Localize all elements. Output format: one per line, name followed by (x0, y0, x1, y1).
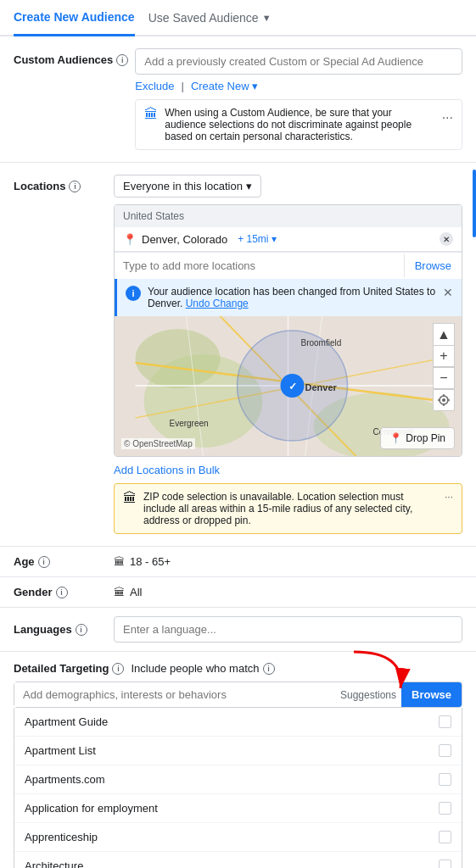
targeting-list-item[interactable]: Apartment List (14, 737, 462, 765)
gender-edit-icon: 🏛 (114, 586, 125, 598)
age-info-icon[interactable]: i (38, 556, 50, 568)
detailed-targeting-info-icon[interactable]: i (112, 663, 124, 675)
targeting-search-wrapper: Suggestions Browse Apartment GuideApartm… (14, 682, 462, 868)
location-type-dropdown[interactable]: Everyone in this location ▾ (114, 175, 261, 198)
include-people-label: Include people who match i (131, 662, 274, 675)
create-new-link[interactable]: Create New ▾ (191, 80, 258, 92)
drop-pin-button[interactable]: 📍 Drop Pin (380, 427, 455, 449)
targeting-browse-button[interactable]: Browse (401, 682, 462, 707)
tab-use-saved-label: Use Saved Audience (148, 11, 259, 25)
age-label: Age i (14, 555, 107, 568)
notification-close-icon[interactable]: ✕ (443, 286, 453, 299)
gender-value: All (130, 586, 142, 598)
warning-menu-icon[interactable]: ··· (445, 491, 453, 503)
scroll-indicator (473, 170, 476, 237)
audience-links: Exclude | Create New ▾ (135, 80, 462, 92)
svg-point-19 (442, 398, 445, 402)
gender-label: Gender i (14, 586, 107, 598)
exclude-link[interactable]: Exclude (135, 80, 174, 92)
targeting-list-item[interactable]: Application for employment (14, 794, 462, 823)
targeting-list-item[interactable]: Apartments.com (14, 765, 462, 794)
targeting-checkbox[interactable] (439, 744, 451, 757)
map-locate-button[interactable] (433, 389, 455, 411)
location-search-input[interactable] (115, 253, 404, 279)
add-locations-bulk-link[interactable]: Add Locations in Bulk (114, 457, 220, 480)
country-header: United States (115, 205, 462, 227)
languages-label: Languages i (14, 623, 107, 636)
map-controls: ▲ + − (433, 323, 455, 411)
map-container: ✓ Broomfield Denver Evergreen Centennial… (115, 316, 462, 456)
age-section: Age i 🏛 18 - 65+ (0, 547, 476, 577)
building-icon: 🏛 (144, 107, 158, 122)
info-notif-icon: i (126, 286, 141, 301)
include-info-icon[interactable]: i (263, 663, 275, 675)
custom-audiences-info-icon[interactable]: i (116, 54, 128, 66)
custom-audiences-label: Custom Audiences i (14, 48, 128, 66)
warning-building-icon: 🏛 (123, 491, 137, 506)
map-zoom-in-button[interactable]: + (433, 345, 455, 367)
location-box: United States 📍 Denver, Colorado + 15mi … (114, 204, 462, 457)
locations-section: Locations i Everyone in this location ▾ … (0, 163, 476, 547)
notice-menu-icon[interactable]: ... (442, 107, 453, 122)
pin-drop-icon: 📍 (389, 432, 402, 444)
gender-value-row: 🏛 All (114, 586, 142, 598)
targeting-dropdown-list: Apartment GuideApartment ListApartments.… (14, 708, 462, 868)
targeting-checkbox[interactable] (439, 860, 451, 868)
language-input[interactable] (114, 616, 462, 643)
tab-create-new[interactable]: Create New Audience (14, 0, 135, 36)
city-item: 📍 Denver, Colorado + 15mi ▾ ✕ (115, 227, 462, 252)
locations-label: Locations i (14, 175, 107, 192)
map-zoom-out-button[interactable]: − (433, 367, 455, 389)
detailed-targeting-header: Detailed Targeting i Include people who … (14, 662, 462, 675)
targeting-checkbox[interactable] (439, 773, 451, 786)
suggestions-button[interactable]: Suggestions (335, 689, 401, 701)
svg-text:Evergreen: Evergreen (170, 419, 209, 428)
map-scroll-up-button[interactable]: ▲ (433, 323, 455, 345)
custom-audiences-content: Exclude | Create New ▾ 🏛 When using a Cu… (135, 48, 462, 150)
radius-chevron-icon: ▾ (272, 233, 277, 245)
header-tabs: Create New Audience Use Saved Audience ▼ (0, 0, 476, 36)
age-value-row: 🏛 18 - 65+ (114, 555, 171, 568)
targeting-checkbox[interactable] (439, 831, 451, 843)
locations-content: Everyone in this location ▾ United State… (114, 175, 462, 534)
openstreetmap-label: © OpenStreetMap (121, 438, 195, 449)
age-value: 18 - 65+ (130, 555, 171, 568)
undo-change-link[interactable]: Undo Change (186, 298, 249, 309)
languages-section: Languages i (0, 608, 476, 652)
location-browse-button[interactable]: Browse (404, 254, 462, 277)
svg-text:Broomfield: Broomfield (301, 338, 342, 348)
pin-icon: 📍 (123, 233, 137, 246)
targeting-checkbox[interactable] (439, 802, 451, 815)
targeting-list-item[interactable]: Architecture (14, 852, 462, 868)
svg-text:✓: ✓ (288, 381, 297, 392)
locations-info-icon[interactable]: i (69, 181, 81, 192)
detailed-targeting-section: Detailed Targeting i Include people who … (0, 652, 476, 868)
tab-use-saved[interactable]: Use Saved Audience ▼ (135, 1, 285, 35)
location-search-row: Browse (115, 252, 462, 279)
location-change-notification: i Your audience location has been change… (115, 279, 462, 316)
targeting-search-row: Suggestions Browse (14, 682, 462, 708)
chevron-down-icon: ▼ (262, 13, 272, 23)
svg-text:Denver: Denver (305, 382, 338, 392)
targeting-list-item[interactable]: Apprenticeship (14, 823, 462, 852)
dropdown-chevron-icon: ▾ (246, 180, 252, 192)
radius-dropdown[interactable]: + 15mi ▾ (238, 233, 276, 245)
detailed-targeting-label: Detailed Targeting i (14, 662, 124, 675)
zip-warning-box: 🏛 ZIP code selection is unavailable. Loc… (114, 483, 462, 534)
languages-info-icon[interactable]: i (76, 624, 87, 636)
custom-audience-notice: 🏛 When using a Custom Audience, be sure … (135, 99, 462, 150)
gender-section: Gender i 🏛 All (0, 577, 476, 608)
targeting-search-input[interactable] (14, 682, 335, 707)
targeting-checkbox[interactable] (439, 715, 451, 728)
gender-info-icon[interactable]: i (56, 587, 68, 598)
svg-point-3 (136, 329, 221, 388)
custom-audiences-section: Custom Audiences i Exclude | Create New … (0, 36, 476, 163)
remove-city-button[interactable]: ✕ (440, 232, 453, 246)
age-edit-icon: 🏛 (114, 555, 125, 568)
custom-audience-input[interactable] (135, 48, 462, 75)
targeting-list-item[interactable]: Apartment Guide (14, 708, 462, 737)
